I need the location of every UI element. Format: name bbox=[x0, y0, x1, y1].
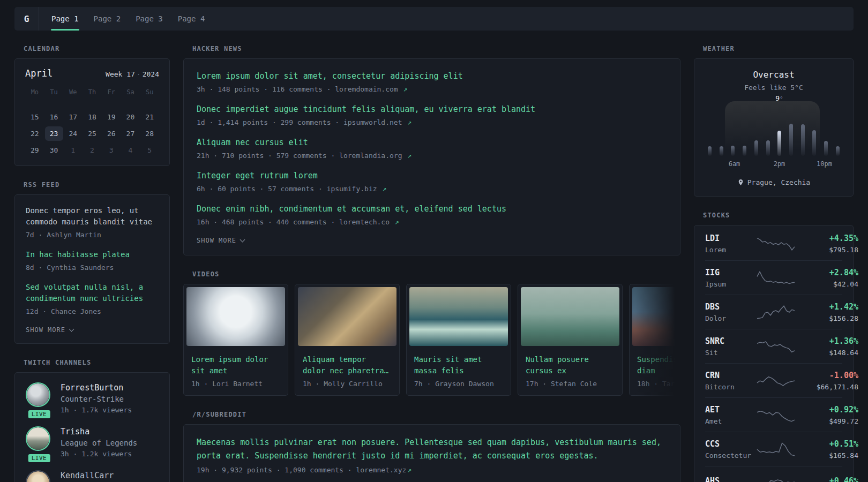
stock-right: +0.51% $165.84 bbox=[795, 439, 858, 460]
subreddit-section-title: /R/SUBREDDIT bbox=[192, 411, 680, 418]
topbar-tab[interactable]: Page 2 bbox=[93, 7, 122, 31]
weather-bar bbox=[777, 131, 781, 156]
video-card[interactable]: Nullam posuere cursus ex 17h · Stefan Co… bbox=[518, 284, 623, 396]
twitch-channel-row[interactable]: LIVE ForrestBurton Counter-Strike 1h · 1… bbox=[26, 382, 159, 416]
hackernews-item-title[interactable]: Aliquam nec cursus elit bbox=[197, 137, 667, 148]
calendar-day: 27 bbox=[121, 126, 139, 141]
topbar-tab[interactable]: Page 4 bbox=[177, 7, 206, 31]
twitch-channel-name[interactable]: Trisha bbox=[61, 426, 137, 438]
stock-row[interactable]: CRN Bitcorn -1.00% $66,171.48 bbox=[705, 364, 842, 398]
stock-row[interactable]: AHS +0.46% bbox=[705, 466, 842, 482]
rss-item-meta: 7d · Ashlyn Martin bbox=[26, 230, 159, 240]
stock-row[interactable]: SNRC Sit +1.36% $148.64 bbox=[705, 329, 842, 364]
rss-item-title[interactable]: Donec tempor eros leo, ut commodo mauris… bbox=[26, 205, 159, 228]
hackernews-item-title[interactable]: Donec enim nibh, condimentum et accumsan… bbox=[197, 203, 667, 215]
stock-change: +0.46% bbox=[795, 476, 858, 482]
twitch-avatar-wrap: LIVE bbox=[26, 382, 53, 416]
video-card[interactable]: Aliquam tempor dolor nec pharetra… 1h · … bbox=[295, 284, 400, 396]
twitch-channel-name[interactable]: ForrestBurton bbox=[61, 382, 132, 394]
twitch-channel-info: KendallCarr bbox=[61, 470, 114, 482]
video-title[interactable]: Suspendisse diam bbox=[637, 354, 680, 376]
hackernews-item-title[interactable]: Donec imperdiet augue tincidunt felis al… bbox=[197, 103, 667, 115]
stock-right: +1.36% $148.64 bbox=[795, 336, 858, 357]
twitch-channel-category: League of Legends bbox=[61, 438, 137, 449]
stock-price: $156.28 bbox=[795, 314, 858, 322]
weather-bar bbox=[743, 146, 746, 156]
calendar-week-number: Week 17 bbox=[106, 70, 135, 78]
stock-symbol: CCS bbox=[705, 439, 757, 449]
stock-price: $66,171.48 bbox=[795, 383, 858, 391]
hackernews-item: Donec imperdiet augue tincidunt felis al… bbox=[197, 103, 667, 127]
twitch-channel-name[interactable]: KendallCarr bbox=[61, 470, 114, 481]
calendar-day-header: Fr bbox=[102, 88, 121, 100]
weather-card: Overcast Feels like 5°C 9° 6am2pm10pm Pr… bbox=[694, 58, 854, 197]
calendar-day: 4 bbox=[121, 143, 139, 157]
app-logo[interactable]: G bbox=[14, 7, 39, 31]
topbar-tab[interactable]: Page 3 bbox=[135, 7, 163, 31]
calendar-day: 23 bbox=[45, 126, 63, 141]
weather-bar bbox=[720, 146, 723, 156]
calendar-day: 17 bbox=[64, 110, 82, 124]
stock-change: +1.42% bbox=[795, 302, 858, 312]
live-badge: LIVE bbox=[27, 409, 51, 419]
weather-bar bbox=[812, 130, 816, 156]
calendar-day: 18 bbox=[83, 110, 101, 124]
hackernews-item: Donec enim nibh, condimentum et accumsan… bbox=[197, 203, 667, 227]
stock-right: +2.84% $42.04 bbox=[795, 268, 858, 288]
calendar-card: April Week 17·2024 MoTuWeThFrSaSu 151617… bbox=[14, 58, 170, 166]
hackernews-item-title[interactable]: Lorem ipsum dolor sit amet, consectetur … bbox=[197, 70, 667, 82]
weather-temp-value: 9 bbox=[775, 94, 780, 102]
rss-show-more-button[interactable]: SHOW MORE bbox=[26, 326, 73, 334]
stock-price: $42.04 bbox=[795, 280, 858, 288]
hackernews-item-title[interactable]: Integer eget rutrum lorem bbox=[197, 170, 667, 182]
calendar-day-header: Tu bbox=[44, 88, 64, 100]
video-title[interactable]: Mauris sit amet massa felis bbox=[414, 354, 503, 376]
videos-section-title: VIDEOS bbox=[192, 270, 680, 278]
weather-current-temp: 9° bbox=[775, 94, 783, 102]
reddit-post-title[interactable]: Maecenas mollis pulvinar erat non posuer… bbox=[197, 436, 667, 463]
subreddit-widget: /R/SUBREDDIT Maecenas mollis pulvinar er… bbox=[183, 411, 680, 482]
video-thumbnail bbox=[521, 287, 619, 346]
twitch-channel-row[interactable]: LIVE Trisha League of Legends 3h · 1.2k … bbox=[26, 426, 159, 460]
avatar bbox=[26, 382, 50, 407]
avatar-image bbox=[27, 383, 49, 406]
rss-item-title[interactable]: In hac habitasse platea bbox=[26, 249, 159, 260]
videos-carousel: Lorem ipsum dolor sit amet consectetu… 1… bbox=[183, 284, 680, 396]
weather-section-title: WEATHER bbox=[703, 45, 854, 52]
calendar-year: 2024 bbox=[143, 70, 159, 78]
video-card[interactable]: Suspendisse diam 18h · Tara bbox=[629, 284, 680, 396]
stock-sparkline bbox=[757, 304, 795, 321]
stock-row[interactable]: IIG Ipsum +2.84% $42.04 bbox=[705, 261, 842, 295]
hackernews-section-title: HACKER NEWS bbox=[192, 45, 680, 52]
video-title[interactable]: Nullam posuere cursus ex bbox=[526, 354, 615, 376]
twitch-widget: TWITCH CHANNELS LIVE ForrestBurton Count… bbox=[14, 359, 170, 482]
rss-item-title[interactable]: Sed volutpat nulla nisl, a condimentum n… bbox=[26, 282, 159, 304]
weather-bar bbox=[801, 124, 805, 156]
topbar-tabs: Page 1Page 2Page 3Page 4 bbox=[51, 7, 205, 31]
stock-row[interactable]: CCS Consectetur +0.51% $165.84 bbox=[705, 432, 842, 466]
topbar-tab[interactable]: Page 1 bbox=[51, 7, 79, 31]
stock-change: +0.92% bbox=[795, 405, 858, 415]
video-card[interactable]: Lorem ipsum dolor sit amet consectetu… 1… bbox=[183, 284, 288, 396]
stock-left: SNRC Sit bbox=[705, 336, 757, 357]
video-card[interactable]: Mauris sit amet massa felis 7h · Grayson… bbox=[406, 284, 511, 396]
twitch-section-title: TWITCH CHANNELS bbox=[24, 359, 170, 366]
rss-card: Donec tempor eros leo, ut commodo mauris… bbox=[14, 194, 170, 344]
video-title[interactable]: Lorem ipsum dolor sit amet consectetu… bbox=[191, 354, 280, 376]
weather-widget: WEATHER Overcast Feels like 5°C 9° 6am2p… bbox=[694, 45, 854, 197]
stock-price: $148.64 bbox=[795, 349, 858, 357]
hackernews-show-more-button[interactable]: SHOW MORE bbox=[197, 237, 244, 244]
stock-sparkline bbox=[757, 473, 795, 482]
stock-name: Ipsum bbox=[705, 280, 757, 288]
stock-sparkline bbox=[757, 372, 795, 389]
calendar-days: 1516171819202122232425262728293012345 bbox=[25, 110, 159, 157]
stock-row[interactable]: DBS Dolor +1.42% $156.28 bbox=[705, 295, 842, 329]
video-title[interactable]: Aliquam tempor dolor nec pharetra… bbox=[303, 354, 392, 376]
stock-row[interactable]: LDI Lorem +4.35% $795.18 bbox=[705, 227, 842, 261]
twitch-channel-row[interactable]: KendallCarr bbox=[26, 470, 159, 482]
hackernews-card: Lorem ipsum dolor sit amet, consectetur … bbox=[183, 58, 680, 255]
stock-row[interactable]: AET Amet +0.92% $499.72 bbox=[705, 398, 842, 432]
stock-left: AET Amet bbox=[705, 405, 757, 425]
stock-change: -1.00% bbox=[795, 371, 858, 380]
video-meta: 7h · Grayson Dawson bbox=[414, 380, 503, 388]
